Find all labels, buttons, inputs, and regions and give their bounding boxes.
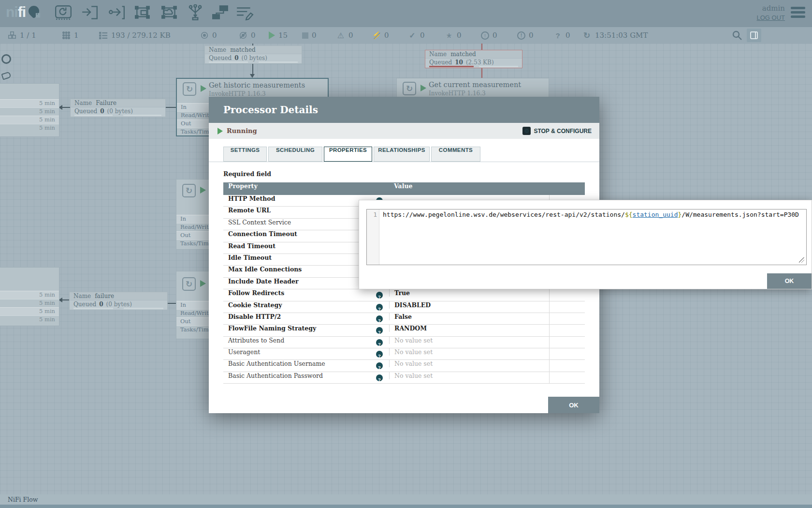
running-state-icon [200, 187, 206, 194]
stat-value: 0 [493, 31, 497, 40]
resize-handle-icon[interactable] [799, 257, 804, 263]
transmitting-icon [200, 31, 209, 40]
up-to-date-icon [408, 31, 417, 40]
property-value[interactable]: No value set [389, 348, 585, 356]
stat-window: 5 min [39, 316, 55, 323]
queue-progress-bars [74, 115, 161, 116]
stat-active-threads: 1 [62, 27, 79, 44]
search-icon[interactable] [731, 30, 744, 42]
processor-offscreen-left-bottom[interactable]: 5 min 5 min 5 min 5 min [0, 267, 59, 326]
connection-line[interactable] [168, 303, 176, 304]
line-number-gutter: 1 [367, 209, 379, 265]
stat-value: 0 [420, 31, 425, 40]
property-value[interactable]: No value set [389, 360, 585, 367]
processor-offscreen-left-top[interactable]: 5 min 5 min 5 min 5 min [0, 83, 59, 137]
output-port-icon[interactable] [107, 4, 127, 23]
running-state-icon [201, 85, 206, 92]
connection-name-label: Name [74, 100, 92, 106]
help-icon[interactable] [376, 351, 383, 358]
connection-label-matched-2[interactable]: Namematched Queued10(2.53 KB) [425, 50, 522, 68]
current-user: admin [756, 4, 785, 13]
nifi-drop-icon [28, 4, 40, 18]
help-icon[interactable] [376, 374, 383, 381]
property-value[interactable]: True [389, 289, 585, 297]
property-name: Read Timeout [228, 242, 276, 250]
threads-icon [62, 31, 71, 40]
processor-icon[interactable] [54, 4, 73, 23]
refresh-status[interactable]: 13:51:03 GMT [582, 27, 648, 44]
logout-link[interactable]: LOG OUT [756, 14, 785, 21]
dialog-status-row: Running STOP & CONFIGURE [209, 123, 599, 139]
stat-transmitting: 0 [200, 27, 217, 44]
queued-size: (0 bytes) [106, 301, 132, 308]
connection-label-failure-1[interactable]: NameFailure Queued0(0 bytes) [70, 99, 166, 117]
canvas-tag-icon [2, 73, 11, 79]
stat-window: 5 min [39, 124, 55, 131]
help-icon[interactable] [376, 304, 383, 311]
breadcrumb[interactable]: NiFi Flow [8, 496, 38, 503]
global-menu-icon[interactable] [791, 7, 805, 18]
queued-icon [99, 31, 108, 40]
tab-comments[interactable]: COMMENTS [431, 147, 480, 162]
connection-name: Failure [96, 100, 116, 106]
dialog-ok-button[interactable]: OK [548, 397, 599, 413]
tab-properties[interactable]: PROPERTIES [324, 147, 372, 162]
help-icon[interactable] [376, 315, 383, 322]
property-value[interactable]: RANDOM [389, 325, 585, 332]
process-group-icon[interactable] [134, 4, 153, 23]
connection-queued-label: Queued [429, 59, 452, 66]
property-value[interactable]: No value set [389, 372, 585, 379]
help-icon[interactable] [376, 292, 383, 299]
value-editor-textarea[interactable]: 1 https://www.pegelonline.wsv.de/webserv… [366, 209, 807, 265]
operate-panel-toggle-icon[interactable] [747, 29, 761, 42]
property-row: UseragentNo value set [223, 348, 585, 360]
connection-line[interactable] [62, 299, 69, 300]
property-value[interactable]: No value set [389, 337, 585, 344]
help-icon[interactable] [376, 327, 383, 334]
connection-label-matched-1[interactable]: Namematched Queued0(0 bytes) [204, 45, 302, 64]
stop-and-configure-button[interactable]: STOP & CONFIGURE [522, 123, 592, 139]
stat-window: 5 min [39, 116, 55, 123]
processor-type-icon [403, 82, 416, 95]
funnel-icon[interactable] [186, 4, 205, 23]
connection-queued-label: Queued [74, 108, 97, 115]
property-name: Basic Authentication Username [228, 360, 325, 367]
user-box: admin LOG OUT [756, 4, 785, 21]
processor-name: Get current measurement [429, 81, 521, 89]
connection-label-failure-2[interactable]: Namefailure Queued0(0 bytes) [69, 292, 168, 310]
label-icon[interactable] [235, 4, 255, 23]
stat-stopped: 0 [302, 27, 317, 44]
editor-ok-button[interactable]: OK [767, 273, 812, 289]
property-value[interactable]: DISABLED [389, 301, 585, 309]
processor-type: InvokeHTTP 1.16.3 [429, 90, 486, 97]
stat-value: 0 [566, 31, 570, 40]
help-icon[interactable] [376, 339, 383, 346]
tab-relationships[interactable]: RELATIONSHIPS [374, 147, 430, 162]
stat-sync-failure: 0 [553, 27, 570, 44]
stat-row: 5 min [0, 315, 59, 324]
dialog-tabs: SETTINGS SCHEDULING PROPERTIES RELATIONS… [223, 147, 482, 162]
help-icon[interactable] [376, 362, 383, 369]
bottom-strip [0, 505, 812, 508]
connection-line[interactable] [62, 107, 70, 108]
processor-type-icon [182, 184, 196, 197]
remote-process-group-icon[interactable] [160, 4, 180, 23]
property-name: Cookie Strategy [228, 301, 282, 309]
template-icon[interactable] [211, 4, 231, 23]
stat-value: 15 [278, 31, 288, 40]
tab-settings[interactable]: SETTINGS [223, 147, 267, 162]
stat-up-to-date: 0 [408, 27, 425, 44]
input-port-icon[interactable] [81, 4, 100, 23]
dialog-header: Processor Details [209, 97, 599, 123]
queue-progress-bars [429, 66, 518, 67]
connection-line[interactable] [166, 107, 176, 108]
property-name: SSL Context Service [228, 219, 291, 226]
logo-text: ni [6, 4, 18, 20]
remote-url-value[interactable]: https://www.pegelonline.wsv.de/webservic… [379, 209, 799, 265]
el-open-bracket: ${ [625, 211, 633, 218]
property-row: Cookie StrategyDISABLED [223, 301, 585, 313]
refresh-icon[interactable] [582, 31, 591, 40]
tab-scheduling[interactable]: SCHEDULING [268, 147, 322, 162]
flow-status-bar: 1 / 1 1 193 / 279.12 KB 0 0 15 0 0 [0, 27, 812, 44]
property-value[interactable]: False [389, 313, 585, 320]
